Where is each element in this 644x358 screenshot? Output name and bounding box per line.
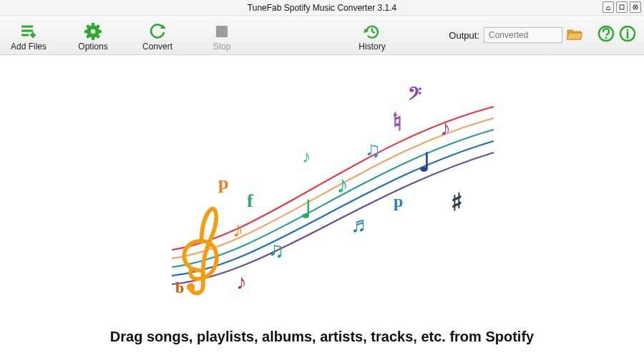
options-label: Options	[78, 42, 107, 52]
help-icon	[597, 33, 615, 45]
svg-text:♩: ♩	[419, 148, 431, 177]
browse-folder-button[interactable]	[567, 28, 582, 43]
output-path-input[interactable]	[484, 27, 562, 43]
minimize-button[interactable]	[602, 1, 614, 13]
convert-label: Convert	[142, 42, 172, 52]
info-icon	[618, 33, 637, 45]
folder-icon	[567, 28, 582, 43]
svg-text:♪: ♪	[302, 147, 311, 166]
svg-text:♪: ♪	[233, 218, 243, 241]
convert-button[interactable]: Convert	[136, 21, 179, 52]
output-group: Output:	[449, 27, 582, 43]
svg-rect-21	[216, 26, 228, 37]
history-button[interactable]: History	[351, 21, 394, 52]
toolbar-right	[597, 24, 637, 46]
main-drop-area[interactable]: p ♪ f b ♪ ♫ ♩ ♪ ♪ ♬ ♫ 𝄮 p ♩ ♪ ♯ 𝄢 Drag s…	[0, 55, 644, 358]
add-files-label: Add Files	[11, 42, 47, 52]
svg-text:p: p	[218, 173, 228, 193]
svg-text:♩: ♩	[301, 196, 312, 223]
svg-text:𝄢: 𝄢	[408, 84, 421, 107]
svg-text:♫: ♫	[365, 137, 381, 161]
convert-icon	[148, 22, 167, 41]
toolbar-left: Add Files	[7, 19, 394, 52]
add-files-button[interactable]: Add Files	[7, 21, 50, 52]
window-title: TuneFab Spotify Music Converter 3.1.4	[248, 3, 396, 13]
svg-text:♯: ♯	[451, 189, 462, 216]
history-icon	[363, 22, 381, 41]
svg-line-24	[372, 32, 375, 33]
stop-icon	[214, 24, 230, 39]
svg-text:p: p	[394, 192, 403, 211]
svg-point-28	[627, 29, 629, 32]
titlebar: TuneFab Spotify Music Converter 3.1.4	[0, 0, 644, 16]
stop-button: Stop	[200, 21, 243, 52]
svg-line-18	[97, 26, 99, 28]
window-controls	[602, 1, 641, 13]
history-label: History	[358, 42, 385, 52]
help-button[interactable]	[597, 24, 615, 46]
info-button[interactable]	[618, 24, 637, 46]
options-button[interactable]: Options	[72, 21, 114, 52]
svg-text:b: b	[175, 279, 184, 296]
toolbar: Add Files	[0, 16, 644, 55]
svg-text:♪: ♪	[336, 171, 348, 198]
maximize-button[interactable]	[616, 1, 628, 13]
stop-label: Stop	[213, 42, 231, 52]
close-button[interactable]	[630, 1, 641, 13]
svg-text:♫: ♫	[268, 238, 285, 261]
gear-icon	[84, 22, 102, 41]
svg-text:f: f	[247, 190, 253, 211]
svg-text:♪: ♪	[236, 270, 247, 294]
drop-hint-text: Drag songs, playlists, albums, artists, …	[110, 316, 534, 358]
svg-text:♪: ♪	[440, 116, 451, 140]
svg-line-16	[87, 26, 89, 28]
add-files-icon	[19, 22, 39, 41]
svg-line-17	[97, 36, 99, 38]
svg-point-30	[187, 283, 195, 291]
svg-rect-1	[620, 5, 624, 9]
music-artwork: p ♪ f b ♪ ♫ ♩ ♪ ♪ ♬ ♫ 𝄮 p ♩ ♪ ♯ 𝄢	[0, 55, 644, 316]
output-label: Output:	[449, 30, 479, 41]
svg-text:♬: ♬	[351, 213, 367, 236]
svg-point-26	[605, 37, 608, 39]
svg-point-11	[91, 29, 95, 34]
svg-text:𝄮: 𝄮	[393, 107, 401, 132]
svg-line-19	[87, 36, 89, 38]
